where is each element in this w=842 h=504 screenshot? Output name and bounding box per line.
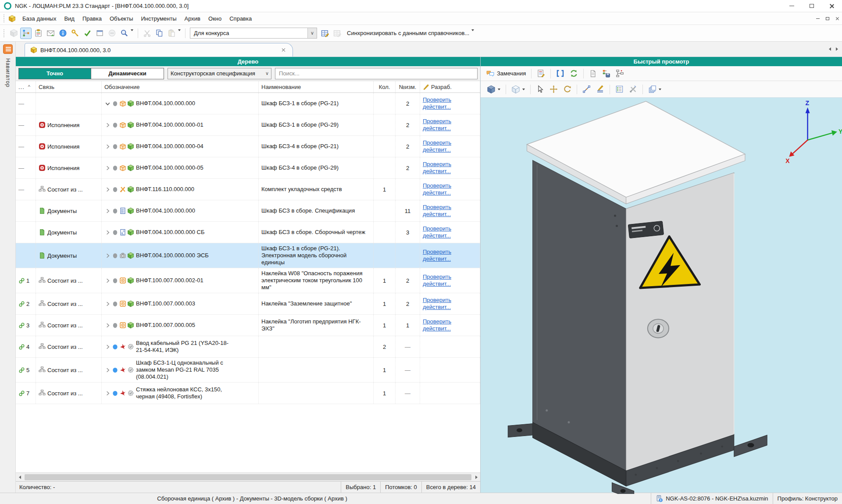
specification-combobox[interactable]: Конструкторская спецификация ∨: [168, 68, 271, 79]
tasks-button[interactable]: [32, 28, 44, 39]
annotate-button[interactable]: [593, 84, 607, 95]
table-row[interactable]: — Исполнения ВНФТ.004.100.000.000-04 Шка…: [16, 136, 480, 157]
table-row[interactable]: 4 Состоит из ... Ввод кабельный PG 21 (Y…: [16, 336, 480, 358]
check-validity-link[interactable]: Проверить: [423, 161, 451, 168]
check-validity-link[interactable]: Проверить: [423, 118, 451, 125]
navigator-flag-icon[interactable]: [3, 44, 13, 54]
new-object-button[interactable]: [8, 28, 19, 39]
mode-exact-button[interactable]: Точно: [18, 68, 91, 79]
approve-button[interactable]: [82, 28, 93, 39]
column-header-name[interactable]: Наименование: [259, 81, 374, 92]
sync-reference-label[interactable]: Синхронизировать с данными справочников.…: [347, 30, 469, 36]
check-validity-link[interactable]: действит...: [423, 232, 451, 239]
fit-view-button[interactable]: [553, 68, 567, 79]
chevron-right-icon[interactable]: [104, 252, 111, 259]
tab-scroll-left-button[interactable]: [826, 45, 833, 53]
column-header-developer[interactable]: Разраб.: [420, 81, 480, 92]
mode-dynamic-button[interactable]: Динамически: [91, 68, 164, 79]
select-tool-button[interactable]: [533, 84, 547, 95]
restore-button[interactable]: [802, 0, 822, 12]
menu-objects[interactable]: Объекты: [106, 12, 137, 25]
sync-dropdown-caret[interactable]: [471, 29, 474, 31]
search-button[interactable]: [118, 28, 130, 39]
menu-window[interactable]: Окно: [204, 12, 225, 25]
menu-edit[interactable]: Правка: [78, 12, 106, 25]
table-row[interactable]: — ВНФТ.004.100.000.000 Шкаф БСЗ-1 в сбор…: [16, 93, 480, 114]
tree-view-button[interactable]: [20, 28, 32, 39]
search-dropdown-caret[interactable]: [131, 29, 133, 31]
rotate-tool-button[interactable]: [560, 84, 574, 95]
chevron-right-icon[interactable]: [104, 143, 111, 150]
chevron-right-icon[interactable]: [104, 390, 111, 397]
check-validity-link[interactable]: Проверить: [423, 96, 451, 103]
scroll-left-button[interactable]: [16, 473, 24, 481]
shading-mode-button[interactable]: [484, 84, 503, 95]
sync-edit-button[interactable]: [319, 28, 331, 39]
chevron-right-icon[interactable]: [104, 122, 111, 128]
sync-alt-button[interactable]: [332, 28, 343, 39]
copy-button[interactable]: [153, 28, 165, 39]
check-validity-link[interactable]: действит...: [423, 280, 451, 287]
table-row[interactable]: 3 Состоит из ... ВНФТ.100.007.000.005 На…: [16, 315, 480, 336]
remove-button[interactable]: [106, 28, 118, 39]
scroll-right-button[interactable]: [472, 473, 480, 481]
column-header-qty[interactable]: Кол.: [374, 81, 396, 92]
table-row[interactable]: 5 Состоит из ... Шкаф БСЗ-1-Ц одноканаль…: [16, 358, 480, 383]
table-row[interactable]: 7 Состоит из ... Стяжка нейлоновая КСС, …: [16, 383, 480, 404]
menu-view[interactable]: Вид: [60, 12, 78, 25]
properties-button[interactable]: [613, 84, 626, 95]
paste-dropdown-caret[interactable]: [178, 29, 181, 31]
menu-tools[interactable]: Инструменты: [137, 12, 181, 25]
info-button[interactable]: [57, 28, 68, 39]
document-preview-button[interactable]: [586, 68, 599, 79]
check-validity-link[interactable]: Проверить: [423, 139, 451, 146]
cut-button[interactable]: [141, 28, 153, 39]
navigator-tab[interactable]: Навигатор: [5, 58, 11, 88]
wireframe-mode-button[interactable]: [509, 84, 528, 95]
layers-button[interactable]: [646, 84, 664, 95]
column-header-designation[interactable]: Обозначение: [102, 81, 259, 92]
3d-viewport[interactable]: Z Y X: [481, 98, 842, 493]
menu-help[interactable]: Справка: [225, 12, 256, 25]
check-validity-link[interactable]: действит...: [423, 146, 451, 153]
check-validity-link[interactable]: Проверить: [423, 248, 451, 256]
column-header-rev[interactable]: №изм.: [396, 81, 420, 92]
filter-combobox[interactable]: Для конкурса ∨: [190, 28, 317, 39]
chevron-down-icon[interactable]: [104, 100, 111, 107]
close-button[interactable]: [822, 0, 842, 12]
horizontal-scrollbar[interactable]: [16, 472, 480, 481]
chevron-right-icon[interactable]: [104, 208, 111, 214]
comments-button[interactable]: Замечания: [483, 68, 528, 79]
table-row[interactable]: Документы ВНФТ.004.100.000.000 СБ Шкаф Б…: [16, 222, 480, 243]
check-validity-link[interactable]: Проверить: [423, 273, 451, 280]
chevron-right-icon[interactable]: [104, 229, 111, 236]
column-header-relation[interactable]: Связь: [36, 81, 102, 92]
paste-button[interactable]: [166, 28, 177, 39]
document-tab[interactable]: ВНФТ.004.100.000.000, 3.0: [25, 43, 293, 57]
check-validity-link[interactable]: Проверить: [423, 225, 451, 232]
pan-tool-button[interactable]: [547, 84, 560, 95]
tab-close-icon[interactable]: [281, 48, 285, 52]
filter-dropdown-arrow[interactable]: ∨: [307, 28, 317, 38]
chevron-right-icon[interactable]: [104, 344, 111, 350]
chevron-right-icon[interactable]: [104, 322, 111, 329]
tools-button[interactable]: [626, 84, 640, 95]
structure-save-button[interactable]: [599, 68, 613, 79]
mdi-close-button[interactable]: [832, 14, 842, 23]
check-validity-link[interactable]: действит...: [423, 103, 451, 110]
menu-archive[interactable]: Архив: [181, 12, 204, 25]
minimize-button[interactable]: [781, 0, 802, 12]
chevron-right-icon[interactable]: [104, 186, 111, 193]
check-validity-link[interactable]: Проверить: [423, 318, 451, 325]
check-validity-link[interactable]: Проверить: [423, 204, 451, 211]
refresh-button[interactable]: [567, 68, 581, 79]
table-row[interactable]: — Исполнения ВНФТ.004.100.000.000-05 Шка…: [16, 157, 480, 179]
chevron-right-icon[interactable]: [104, 301, 111, 307]
chevron-right-icon[interactable]: [104, 367, 111, 373]
table-row[interactable]: — Состоит из ... ВНФТ.116.110.000.000 Ко…: [16, 179, 480, 200]
column-header-more[interactable]: ...^: [16, 81, 36, 92]
scrollbar-thumb[interactable]: [25, 474, 471, 480]
access-button[interactable]: [69, 28, 81, 39]
menu-database[interactable]: База данных: [18, 12, 60, 25]
check-validity-link[interactable]: действит...: [423, 325, 451, 332]
